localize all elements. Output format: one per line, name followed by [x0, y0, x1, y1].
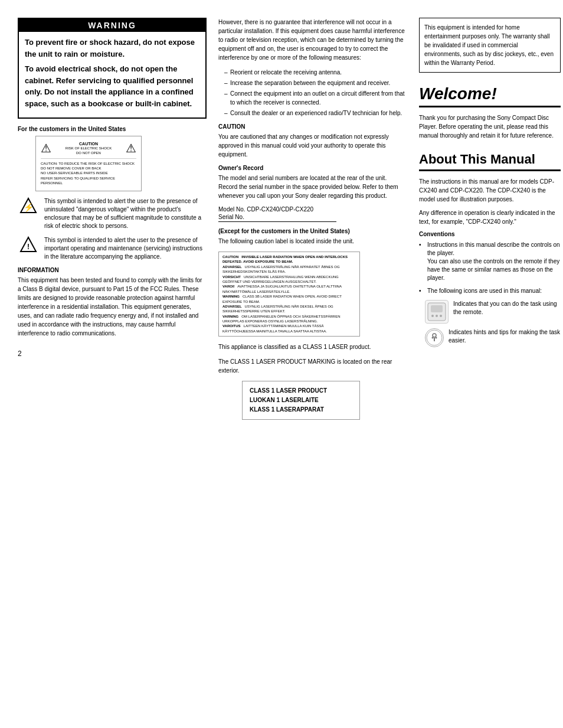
- caution-section: For the customers in the United States ⚠…: [18, 126, 207, 191]
- multilang-line-1: CAUTION INVISIBLE LASER RADIATION WHEN O…: [222, 254, 356, 265]
- caution-img-text: CAUTION RISK OF ELECTRIC SHOCK DO NOT OP…: [66, 141, 112, 156]
- svg-text:⚡: ⚡: [23, 203, 34, 213]
- caution-section-header: CAUTION: [218, 123, 407, 130]
- caution-triangle-right: ⚠: [126, 141, 136, 155]
- conv-text-1b: You can also use the controls on the rem…: [427, 258, 559, 281]
- caution-box-text: CAUTION: TO REDUCE THE RISK OF ELECTRIC …: [41, 158, 136, 186]
- caution-line-1: CAUTION: [66, 141, 112, 146]
- conventions-item-1: • Instructions in this manual describe t…: [419, 241, 561, 282]
- welcome-text: Thank you for purchasing the Sony Compac…: [419, 113, 561, 140]
- bullet-2: Increase the separation between the equi…: [224, 79, 407, 87]
- left-column: WARNING To prevent fire or shock hazard,…: [18, 18, 207, 710]
- model-line: Model No. CDP-CX240/CDP-CX220: [218, 206, 407, 213]
- symbol-text-2: This symbol is intended to alert the use…: [44, 236, 207, 261]
- class1-box: CLASS 1 LASER PRODUCT LUOKAN 1 LASERLAIT…: [242, 381, 360, 420]
- warning-body: To prevent fire or shock hazard, do not …: [19, 32, 205, 117]
- caution-img-top: ⚠ CAUTION RISK OF ELECTRIC SHOCK DO NOT …: [41, 141, 136, 156]
- laser-text-2: The CLASS 1 LASER PRODUCT MARKING is loc…: [218, 357, 407, 375]
- equipment-box-text: This equipment is intended for home ente…: [424, 24, 554, 66]
- caution-box-line4: REFER SERVICING TO QUALIFIED SERVICE PER…: [41, 176, 136, 186]
- multilang-line-6: ADVARSEL USYNLIG LASERSTRÅLING NÅR DEKSE…: [222, 304, 356, 314]
- laser-text-2-content: The CLASS 1 LASER PRODUCT MARKING is loc…: [218, 358, 392, 374]
- laser-text-1-content: This appliance is classified as a CLASS …: [218, 344, 371, 350]
- bullet-4: Consult the dealer or an experienced rad…: [224, 109, 407, 117]
- equipment-box: This equipment is intended for home ente…: [419, 18, 561, 73]
- bullet-1: Reorient or relocate the receiving anten…: [224, 68, 407, 77]
- bullet-dot-1: •: [419, 241, 424, 249]
- except-text: The following caution label is located i…: [218, 237, 407, 246]
- caution-text: You are cautioned that any changes or mo…: [218, 132, 407, 159]
- remote-icon: [425, 300, 449, 324]
- about-text-1: The instructions in this manual are for …: [419, 177, 561, 204]
- page-number: 2: [18, 350, 207, 358]
- caution-box-line1: CAUTION: TO REDUCE THE RISK OF ELECTRIC …: [41, 161, 136, 166]
- page: WARNING To prevent fire or shock hazard,…: [0, 0, 563, 728]
- conv-text-1a: Instructions in this manual describe the…: [427, 241, 560, 256]
- svg-point-10: [433, 334, 436, 337]
- welcome-title: Welcome!: [419, 84, 561, 107]
- svg-point-13: [436, 337, 437, 339]
- caution-box-line2: DO NOT REMOVE COVER OR BACK: [41, 166, 136, 171]
- warning-title: WARNING: [19, 19, 205, 32]
- class1-line-3: KLASS 1 LASERAPPARAT: [250, 405, 352, 414]
- multilang-line-2: ADVARSEL USYNLIG LASERSTRÅLING NÅR APPAR…: [222, 265, 356, 275]
- svg-point-7: [436, 315, 438, 317]
- caution-triangle-left: ⚠: [41, 141, 51, 155]
- owners-record: Owner's Record The model and serial numb…: [218, 165, 407, 222]
- customers-header: For the customers in the United States: [18, 126, 207, 132]
- multilang-line-8: VAROITUS LAITTEEN KÄYTTÄMINEN MUULLA KUI…: [222, 324, 356, 334]
- serial-line: Serial No.: [218, 214, 336, 222]
- warning-text-1: To prevent fire or shock hazard, do not …: [25, 37, 199, 60]
- information-header: INFORMATION: [18, 267, 207, 273]
- bullet-dot-2: •: [419, 287, 424, 295]
- remote-icon-box: Indicates that you can do the task using…: [425, 300, 561, 324]
- right-column: This equipment is intended for home ente…: [419, 18, 561, 710]
- svg-point-12: [432, 337, 434, 339]
- hints-icon-box: Indicates hints and tips for making the …: [425, 328, 561, 347]
- information-text: This equipment has been tested and found…: [18, 276, 207, 338]
- svg-rect-5: [431, 305, 443, 312]
- svg-text:!: !: [27, 243, 30, 251]
- conventions-header: Conventions: [419, 231, 561, 237]
- caution-image-box: ⚠ CAUTION RISK OF ELECTRIC SHOCK DO NOT …: [35, 136, 142, 191]
- symbol-row-2: ! This symbol is intended to alert the u…: [18, 236, 207, 261]
- bullet-3: Connect the equipment into an outlet on …: [224, 89, 407, 107]
- hints-icon: [425, 328, 444, 347]
- conventions-item-2: • The following icons are used in this m…: [419, 287, 561, 295]
- conventions-text-2: The following icons are used in this man…: [427, 287, 542, 295]
- symbol-triangle-1: ⚡: [18, 197, 38, 219]
- remote-icon-text: Indicates that you can do the task using…: [453, 300, 561, 316]
- interference-text: However, there is no guarantee that inte…: [218, 18, 407, 62]
- laser-text-1: This appliance is classified as a CLASS …: [218, 342, 407, 351]
- bullet-list: Reorient or relocate the receiving anten…: [218, 68, 407, 117]
- caution-line-3: DO NOT OPEN: [66, 151, 112, 156]
- multilang-line-5: WARNING CLASS 3B LASER RADIATION WHEN OP…: [222, 294, 356, 304]
- svg-point-8: [440, 315, 442, 317]
- about-title: About This Manual: [419, 152, 561, 171]
- conventions-text-1: Instructions in this manual describe the…: [427, 241, 561, 282]
- multilang-line-7: VARNING OM LASERPANELEN ÖPPNAS OCH SÄKER…: [222, 314, 356, 324]
- symbol-text-1: This symbol is intended to alert the use…: [44, 197, 207, 230]
- symbol-row-1: ⚡ This symbol is intended to alert the u…: [18, 197, 207, 230]
- multilang-box: CAUTION INVISIBLE LASER RADIATION WHEN O…: [218, 252, 360, 337]
- caution-line-2: RISK OF ELECTRIC SHOCK: [66, 146, 112, 151]
- about-text-2: Any difference in operation is clearly i…: [419, 208, 561, 226]
- class1-line-1: CLASS 1 LASER PRODUCT: [250, 386, 352, 396]
- owners-record-header: Owner's Record: [218, 165, 407, 171]
- serial-label: Serial No.: [218, 214, 244, 220]
- svg-point-6: [431, 315, 434, 317]
- caution-box-line3: NO USER-SERVICEABLE PARTS INSIDE: [41, 171, 136, 175]
- symbol-triangle-2: !: [18, 236, 38, 258]
- hints-icon-text: Indicates hints and tips for making the …: [449, 328, 561, 345]
- except-header: (Except for the customers in the United …: [218, 228, 407, 234]
- multilang-line-4: VAROI! AVATTAESSA JA SUOJALUKITUS OHITET…: [222, 284, 356, 294]
- owners-record-text: The model and serial numbers are located…: [218, 174, 407, 200]
- warning-box: WARNING To prevent fire or shock hazard,…: [18, 18, 207, 119]
- warning-text-2: To avoid electrical shock, do not open t…: [25, 63, 199, 109]
- multilang-line-3: VORSICHT UNSICHTBARE LASERSTRAHLUNG WENN…: [222, 275, 356, 285]
- class1-line-2: LUOKAN 1 LASERLAITE: [250, 396, 352, 405]
- mid-column: However, there is no guarantee that inte…: [218, 18, 407, 710]
